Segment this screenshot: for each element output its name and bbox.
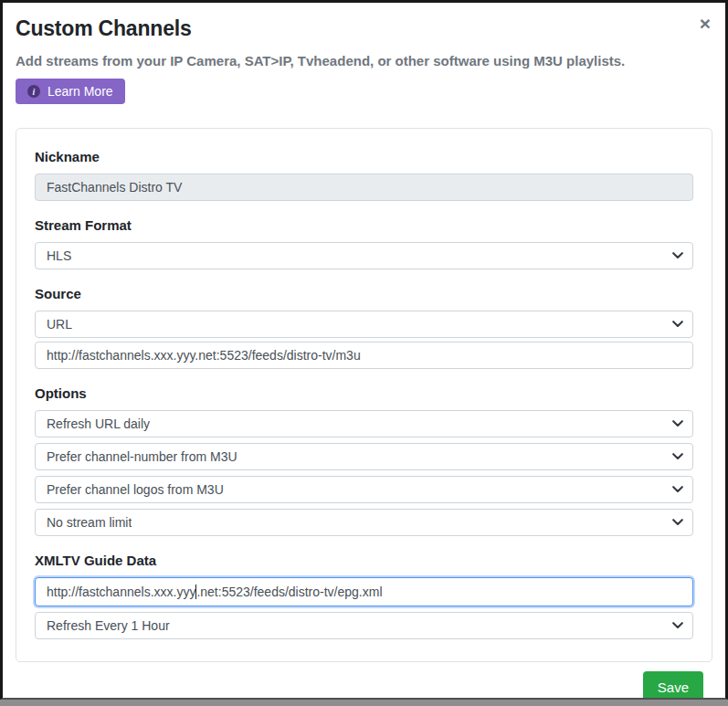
xmltv-refresh-selected-value: Refresh Every 1 Hour <box>47 618 170 633</box>
learn-more-button[interactable]: i Learn More <box>16 79 125 104</box>
modal-footer: Save <box>3 662 725 700</box>
modal-header: Custom Channels × Add streams from your … <box>3 3 725 104</box>
refresh-url-select[interactable]: Refresh URL daily <box>35 410 693 437</box>
xmltv-url-text-before-caret: http://fastchannels.xxx.yyy <box>47 585 195 599</box>
stream-format-section: Stream Format HLS <box>35 217 693 269</box>
close-button[interactable]: × <box>700 14 711 33</box>
close-icon: × <box>700 13 711 34</box>
page-title: Custom Channels <box>16 16 712 41</box>
xmltv-label: XMLTV Guide Data <box>35 553 693 568</box>
stream-format-selected-value: HLS <box>47 248 71 263</box>
channel-logos-selected-value: Prefer channel logos from M3U <box>47 482 224 497</box>
channel-form-card: Nickname Stream Format HLS Source URL <box>16 128 712 662</box>
nickname-section: Nickname <box>35 149 693 201</box>
source-url-input[interactable] <box>35 342 693 369</box>
nickname-label: Nickname <box>35 149 693 164</box>
chevron-down-icon <box>672 252 683 259</box>
source-type-selected-value: URL <box>47 317 72 332</box>
xmltv-section: XMLTV Guide Data http://fastchannels.xxx… <box>35 553 693 639</box>
channel-number-select[interactable]: Prefer channel-number from M3U <box>35 443 693 470</box>
chevron-down-icon <box>672 519 683 526</box>
stream-format-select[interactable]: HLS <box>35 242 693 269</box>
channel-number-selected-value: Prefer channel-number from M3U <box>47 449 237 464</box>
modal-subtitle: Add streams from your IP Camera, SAT>IP,… <box>16 53 712 68</box>
stream-limit-select[interactable]: No stream limit <box>35 509 693 536</box>
xmltv-refresh-select[interactable]: Refresh Every 1 Hour <box>35 612 693 639</box>
xmltv-url-text-after-caret: .net:5523/feeds/distro-tv/epg.xml <box>196 585 382 599</box>
stream-format-label: Stream Format <box>35 217 693 233</box>
save-button[interactable]: Save <box>643 671 703 700</box>
save-button-label: Save <box>658 680 689 695</box>
custom-channels-modal: Custom Channels × Add streams from your … <box>0 0 728 700</box>
stream-limit-selected-value: No stream limit <box>47 515 132 530</box>
chevron-down-icon <box>672 486 683 493</box>
source-type-select[interactable]: URL <box>35 311 693 338</box>
options-label: Options <box>35 385 693 401</box>
chevron-down-icon <box>672 321 683 328</box>
source-label: Source <box>35 286 693 301</box>
source-section: Source URL <box>35 286 693 369</box>
refresh-url-selected-value: Refresh URL daily <box>47 416 150 431</box>
xmltv-url-input[interactable]: http://fastchannels.xxx.yyy.net:5523/fee… <box>35 577 693 606</box>
options-section: Options Refresh URL daily Prefer channel… <box>35 385 693 536</box>
nickname-input <box>35 174 693 201</box>
learn-more-label: Learn More <box>47 84 113 99</box>
chevron-down-icon <box>672 622 683 629</box>
channel-logos-select[interactable]: Prefer channel logos from M3U <box>35 476 693 503</box>
chevron-down-icon <box>672 420 683 427</box>
info-icon: i <box>27 85 40 98</box>
chevron-down-icon <box>672 453 683 460</box>
